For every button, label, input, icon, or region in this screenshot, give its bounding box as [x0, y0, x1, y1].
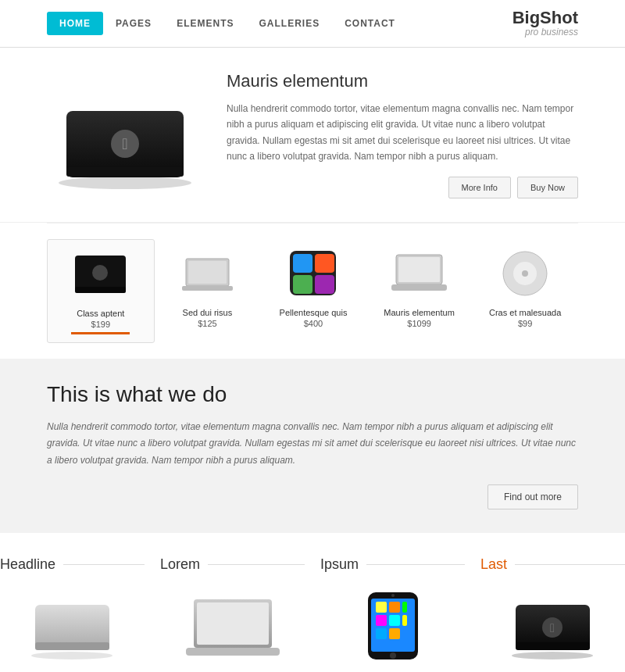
svg-rect-30 — [376, 602, 387, 613]
grid-title-last: Last — [480, 556, 625, 579]
svg-point-40 — [512, 652, 593, 659]
find-out-more-button[interactable]: Find out more — [488, 484, 578, 509]
product-name-4: Mauris elementum — [370, 308, 469, 317]
what-we-do-description: Nulla hendrerit commodo tortor, vitae el… — [47, 419, 578, 470]
product-name-2: Sed dui risus — [159, 308, 257, 317]
grid-mac-mini-black:  — [508, 593, 598, 659]
product-img-2 — [176, 247, 238, 302]
nav-home[interactable]: HOME — [47, 12, 103, 35]
svg-rect-31 — [389, 602, 400, 613]
product-cd-svg — [500, 248, 551, 299]
hero-buttons: More Info Buy Now — [227, 177, 578, 198]
svg-point-21 — [522, 270, 528, 277]
grid-img-last:  — [480, 591, 625, 661]
grid-title-lorem: Lorem — [160, 556, 305, 579]
product-img-4 — [388, 247, 451, 302]
product-price-2: $125 — [159, 319, 257, 328]
grid-item-last: Last  — [480, 556, 625, 661]
navigation: HOME PAGES ELEMENTS GALLERIES CONTACT — [47, 12, 408, 35]
hero-text-block: Mauris elementum Nulla hendrerit commodo… — [227, 71, 578, 198]
grid-title-ipsum: Ipsum — [320, 556, 465, 579]
svg-rect-26 — [197, 602, 269, 645]
what-we-do-title: This is what we do — [47, 382, 578, 407]
product-name-3: Pellentesque quis — [264, 308, 362, 317]
svg-point-38 — [390, 652, 396, 659]
svg-text::  — [550, 621, 555, 634]
product-item-5[interactable]: Cras et malesuada $99 — [472, 239, 578, 343]
svg-rect-37 — [389, 628, 400, 639]
product-name-1: Class aptent — [52, 309, 150, 318]
grid-iphone — [362, 591, 424, 661]
svg-rect-7 — [75, 287, 126, 293]
product-macbook-svg — [390, 251, 448, 298]
product-apps-svg — [284, 248, 342, 299]
svg-rect-17 — [398, 257, 440, 282]
svg-rect-32 — [402, 602, 407, 613]
svg-rect-4 — [66, 167, 184, 177]
svg-rect-10 — [188, 261, 227, 284]
what-we-do-section: This is what we do Nulla hendrerit commo… — [0, 359, 625, 534]
hero-description: Nulla hendrerit commodo tortor, vitae el… — [227, 101, 578, 165]
nav-elements[interactable]: ELEMENTS — [164, 12, 246, 35]
svg-text::  — [122, 135, 127, 152]
grid-img-lorem — [160, 591, 305, 661]
logo: BigShot pro business — [512, 9, 578, 38]
grid-img-headline — [0, 591, 145, 661]
header: HOME PAGES ELEMENTS GALLERIES CONTACT Bi… — [0, 0, 625, 48]
main-content:  Mauris elementum Nulla hendrerit commo… — [0, 48, 625, 359]
svg-point-6 — [92, 265, 108, 281]
product-item-1[interactable]: Class aptent $199 — [47, 239, 155, 343]
hero-product-image:  — [47, 80, 203, 189]
svg-point-0 — [59, 177, 191, 189]
products-grid-section: Headline Lorem — [0, 533, 625, 672]
svg-rect-35 — [402, 615, 407, 626]
grid-item-ipsum: Ipsum — [320, 556, 465, 661]
svg-rect-27 — [186, 648, 280, 656]
product-price-4: $1099 — [370, 319, 469, 328]
logo-subtitle: pro business — [512, 27, 578, 38]
product-img-1 — [70, 248, 132, 302]
product-img-3 — [282, 247, 345, 302]
what-we-do-inner: This is what we do Nulla hendrerit commo… — [47, 382, 578, 510]
nav-contact[interactable]: CONTACT — [332, 12, 408, 35]
product-laptop-svg — [178, 251, 237, 298]
hero-title: Mauris elementum — [227, 71, 578, 91]
nav-galleries[interactable]: GALLERIES — [246, 12, 332, 35]
product-price-3: $400 — [264, 319, 362, 328]
svg-point-22 — [31, 652, 112, 659]
product-item-2[interactable]: Sed dui risus $125 — [155, 239, 261, 343]
mac-mini-svg:  — [51, 80, 199, 189]
svg-rect-9 — [182, 286, 233, 291]
grid-title-headline: Headline — [0, 556, 145, 579]
svg-point-39 — [391, 594, 395, 597]
svg-rect-36 — [376, 628, 387, 639]
svg-rect-42 — [516, 642, 590, 650]
svg-rect-34 — [389, 615, 400, 626]
grid-mac-mini-silver — [27, 593, 117, 659]
product-price-1: $199 — [52, 320, 150, 329]
svg-rect-33 — [376, 615, 387, 626]
product-img-5 — [494, 247, 556, 302]
more-info-button[interactable]: More Info — [448, 177, 511, 198]
find-out-btn-container: Find out more — [47, 484, 578, 509]
grid-item-headline: Headline — [0, 556, 145, 661]
product-mac-svg — [71, 252, 130, 298]
svg-rect-24 — [35, 642, 109, 650]
product-underline-1 — [71, 332, 130, 334]
products-row: Class aptent $199 Sed dui risus $125 — [47, 223, 578, 359]
svg-rect-15 — [315, 275, 334, 294]
buy-now-button[interactable]: Buy Now — [517, 177, 578, 198]
product-name-5: Cras et malesuada — [476, 308, 574, 317]
nav-pages[interactable]: PAGES — [103, 12, 164, 35]
grid-laptop — [182, 593, 284, 659]
hero-section:  Mauris elementum Nulla hendrerit commo… — [47, 48, 578, 222]
svg-rect-13 — [315, 254, 334, 273]
product-item-3[interactable]: Pellentesque quis $400 — [260, 239, 366, 343]
logo-title: BigShot — [512, 9, 578, 27]
svg-rect-18 — [391, 284, 447, 291]
grid-item-lorem: Lorem — [160, 556, 305, 661]
product-item-4[interactable]: Mauris elementum $1099 — [366, 239, 473, 343]
product-price-5: $99 — [476, 319, 574, 328]
grid-img-ipsum — [320, 591, 465, 661]
svg-rect-14 — [293, 275, 312, 294]
